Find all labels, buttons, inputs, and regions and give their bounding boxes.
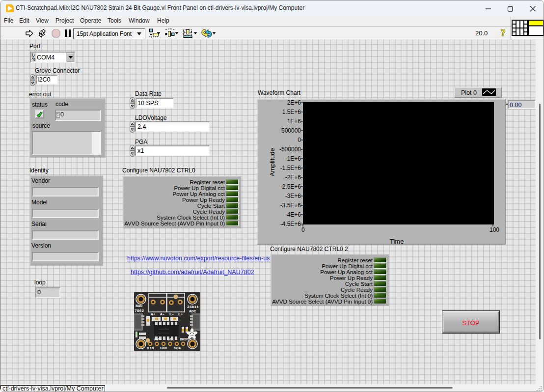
svg-text:I: I <box>31 53 33 57</box>
svg-text:24bit: 24bit <box>187 305 199 309</box>
svg-text:SCL: SCL <box>167 337 175 341</box>
svg-text:GND: GND <box>160 346 167 350</box>
svg-text:SDA: SDA <box>174 346 181 350</box>
svg-text:E-: E- <box>169 312 174 316</box>
svg-text:7802: 7802 <box>135 308 144 313</box>
svg-text:AV: AV <box>154 337 159 341</box>
svg-text:?: ? <box>501 28 505 38</box>
svg-text:A-: A- <box>160 312 165 316</box>
svg-text:NAU: NAU <box>136 304 143 308</box>
svg-text:E+: E+ <box>178 312 183 316</box>
svg-text:VIN: VIN <box>147 346 154 350</box>
svg-text:DRDY: DRDY <box>180 337 189 341</box>
svg-text:ADC: ADC <box>189 309 196 313</box>
svg-text:nuvoTon: nuvoTon <box>159 328 169 331</box>
svg-text:0: 0 <box>33 57 35 62</box>
svg-text:A+: A+ <box>151 312 156 316</box>
svg-text:NAU7802SGI: NAU7802SGI <box>158 332 169 334</box>
